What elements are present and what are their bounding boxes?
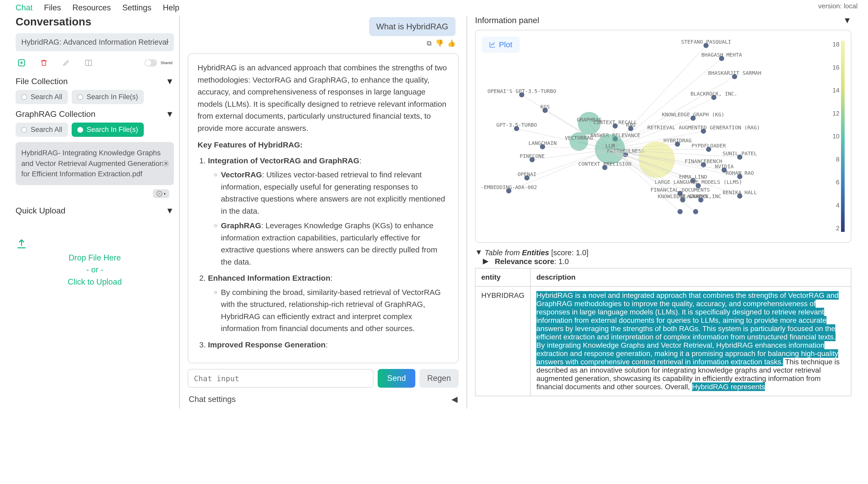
tab-resources[interactable]: Resources	[72, 3, 111, 12]
conversations-title: Conversations	[16, 16, 174, 28]
collapse-icon[interactable]: ▼	[165, 77, 174, 86]
th-entity: entity	[475, 268, 530, 286]
drop-text-3: Click to Upload	[16, 276, 174, 288]
file-search-in-files[interactable]: Search In File(s)	[72, 90, 144, 104]
relevance-score-row[interactable]: ▶ Relevance score: 1.0	[483, 257, 851, 266]
graph-node-label: KNOWLEDGE GRAPH (KG)	[662, 111, 724, 118]
shared-label: Shared	[161, 61, 173, 65]
graph-node-label: NVIDIA	[715, 163, 734, 170]
chat-settings-label[interactable]: Chat settings	[189, 395, 236, 404]
drop-text-1: Drop File Here	[16, 252, 174, 264]
chevron-down-icon[interactable]: ⌄	[165, 37, 170, 44]
colorbar	[841, 41, 845, 232]
send-button[interactable]: Send	[378, 369, 415, 388]
th-description: description	[530, 268, 851, 286]
table-source-row[interactable]: ▼Table from Entities [score: 1.0]	[475, 248, 851, 257]
plot-tab[interactable]: Plot	[482, 37, 520, 53]
description-cell: HybridRAG is a novel and integrated appr…	[530, 286, 851, 396]
graph-node[interactable]	[639, 142, 675, 178]
file-collection-title: File Collection	[16, 77, 68, 86]
table-row: HYBRIDRAG HybridRAG is a novel and integ…	[475, 286, 851, 396]
tab-chat[interactable]: Chat	[16, 3, 32, 12]
graph-node-label: KGS	[540, 103, 550, 110]
split-view-icon[interactable]	[84, 58, 93, 67]
thumbs-up-icon[interactable]: 👍	[447, 39, 456, 47]
graph-node-label: FINANCIAL DOCUMENTS	[650, 187, 710, 193]
tab-help[interactable]: Help	[163, 3, 179, 12]
graph-node-label: RAG	[626, 122, 636, 128]
graph-node-label: STEFANO PASQUALI	[681, 39, 731, 45]
file-chip[interactable]: HybridRAG- Integrating Knowledge Graphs …	[16, 142, 174, 185]
shared-toggle[interactable]	[145, 59, 157, 66]
conversation-name: HybridRAG: Advanced Information Retrieva…	[21, 38, 168, 46]
upload-icon	[16, 238, 174, 250]
info-panel: Information panel ▼ Plot STEFANO PASQUAL…	[472, 16, 851, 409]
delete-icon[interactable]	[39, 58, 48, 67]
graph-node-label: OPENAI	[518, 171, 536, 177]
chat-input[interactable]	[188, 369, 374, 388]
remove-file-icon[interactable]: ✕	[162, 160, 169, 167]
edit-icon[interactable]	[62, 58, 71, 67]
graph-search-in-files[interactable]: Search In File(s)	[72, 123, 144, 137]
graph-node-label: PINECONE	[520, 153, 545, 159]
conversation-item[interactable]: HybridRAG: Advanced Information Retrieva…	[16, 33, 174, 51]
regen-button[interactable]: Regen	[420, 369, 459, 388]
entity-cell: HYBRIDRAG	[475, 286, 530, 396]
graphrag-collection-title: GraphRAG Collection	[16, 109, 95, 119]
collapse-icon[interactable]: ▼	[165, 206, 174, 215]
tab-settings[interactable]: Settings	[122, 3, 151, 12]
graph-search-all[interactable]: Search All	[16, 123, 68, 137]
thumbs-down-icon[interactable]: 👎	[435, 39, 444, 47]
file-name: HybridRAG- Integrating Knowledge Graphs …	[21, 149, 163, 178]
graph-node-label: LANGCHAIN	[528, 140, 557, 146]
colorbar-ticks: 18161412108642	[832, 41, 839, 232]
graph-node[interactable]	[678, 209, 683, 214]
graph-node-label: BLACKROCK,INC	[681, 193, 721, 200]
info-panel-title: Information panel	[475, 16, 539, 25]
upload-dropzone[interactable]: Drop File Here - or - Click to Upload	[16, 222, 174, 304]
knowledge-graph-plot[interactable]: Plot STEFANO PASQUALIBHAGASH MEHTABHASKA…	[475, 30, 851, 243]
chevron-down-icon: ▾	[164, 192, 165, 196]
file-search-all[interactable]: Search All	[16, 90, 68, 104]
collapse-icon[interactable]: ▼	[165, 109, 174, 119]
graph-node-label: VECTORRAG	[565, 135, 593, 141]
version-label: version: local	[818, 2, 858, 10]
graph-node-label: BHASKARJIT SARMAH	[708, 70, 761, 76]
graph-node-label: SUNIL PATEL	[723, 150, 757, 157]
graph-node-label: BENIKA HALL	[723, 189, 757, 195]
graph-node-label: ROHAN RAO	[726, 170, 754, 176]
assistant-message: HybridRAG is an advanced approach that c…	[188, 54, 459, 363]
sidebar: Conversations HybridRAG: Advanced Inform…	[16, 16, 174, 409]
collapse-left-icon[interactable]: ◀	[452, 394, 458, 404]
drop-text-2: - or -	[16, 264, 174, 276]
graph-node-label: BLACKROCK, INC.	[690, 91, 738, 97]
graph-node-label: HYBRIDRAG	[663, 138, 691, 144]
copy-icon[interactable]: ⧉	[427, 39, 432, 47]
chat-panel: What is HybridRAG ⧉ 👎 👍 HybridRAG is an …	[179, 16, 467, 409]
user-message: What is HybridRAG	[369, 17, 456, 36]
graph-node-label: PYPDFLOADER	[691, 143, 726, 149]
graph-node-label: BHAGASH MEHTA	[701, 52, 742, 58]
graph-node-label: LARGE LANGUAGE MODELS (LLMS)	[655, 179, 742, 185]
graph-node-label: GPT-3.5-TURBO	[496, 122, 537, 128]
graph-node-label: OPENAI'S GPT-3.5-TURBO	[488, 88, 556, 94]
entities-table: entitydescription HYBRIDRAG HybridRAG is…	[475, 268, 851, 396]
quick-upload-title: Quick Upload	[16, 206, 65, 215]
top-nav: Chat Files Resources Settings Help versi…	[0, 0, 868, 16]
graph-node-label: -EMBEDDING-ADA-002	[481, 184, 537, 190]
new-chat-icon[interactable]	[17, 58, 26, 67]
graph-node[interactable]	[693, 209, 698, 214]
clear-files-button[interactable]: ✕▾	[153, 189, 169, 198]
collapse-icon[interactable]: ▼	[843, 16, 851, 25]
graph-node-label: RETRIEVAL AUGMENTED GENERATION (RAG)	[647, 124, 760, 131]
tab-files[interactable]: Files	[44, 3, 61, 12]
